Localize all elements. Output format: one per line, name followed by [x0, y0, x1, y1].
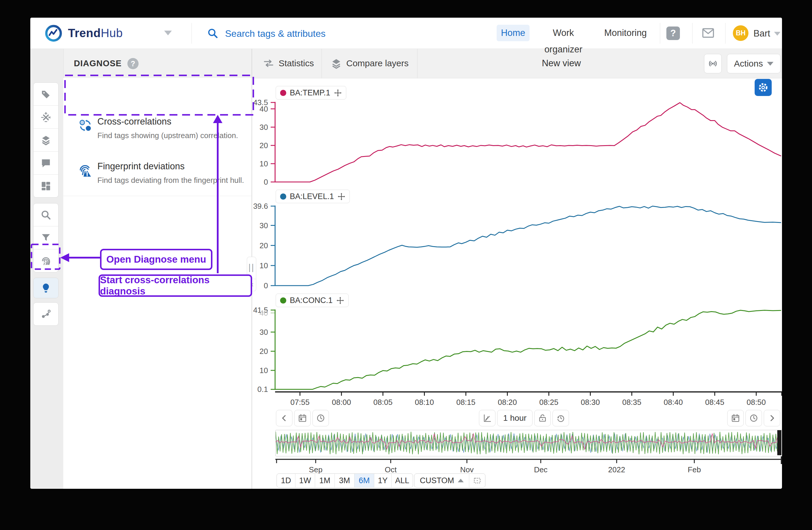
x-tick-label: 08:40	[664, 398, 683, 407]
range-button-1Y[interactable]: 1Y	[374, 474, 391, 487]
topbar-divider	[191, 23, 192, 44]
time-end-button[interactable]	[745, 410, 762, 426]
tag-chip-BA:LEVEL.1[interactable]: BA:LEVEL.1	[276, 190, 350, 203]
sidebar-item-formula[interactable]	[33, 106, 58, 128]
clock-icon	[316, 414, 325, 423]
fingerprint-alert-icon	[78, 163, 93, 178]
sidebar-item-comment[interactable]	[33, 151, 58, 174]
diagnose-help-icon[interactable]: ?	[127, 58, 139, 69]
y-tick-label: 39.6	[253, 202, 268, 210]
help-icon[interactable]: ?	[666, 27, 680, 40]
topbar-divider	[660, 23, 660, 44]
clock-icon	[749, 414, 758, 423]
time-start-button[interactable]	[313, 410, 329, 426]
series-color-dot	[280, 90, 286, 96]
move-icon[interactable]	[336, 296, 344, 305]
sidebar-item-layers[interactable]	[33, 128, 58, 151]
tab-monitoring[interactable]: Monitoring	[604, 25, 648, 41]
month-label: Dec	[534, 465, 548, 474]
x-tick-label: 08:50	[747, 398, 766, 407]
history-button[interactable]	[552, 410, 569, 426]
formula-icon	[40, 112, 52, 123]
month-label: Oct	[385, 465, 397, 474]
y-tick-label: 41.5	[253, 306, 268, 315]
compare-layers-button[interactable]: Compare layers	[330, 48, 409, 78]
tag-name: BA:LEVEL.1	[290, 192, 334, 201]
lock-timespan-button[interactable]	[534, 410, 551, 426]
move-icon[interactable]	[334, 89, 342, 97]
context-overview-strip[interactable]	[275, 430, 782, 456]
sidebar-item-tag[interactable]	[33, 83, 58, 106]
user-menu-caret-icon[interactable]	[774, 32, 781, 36]
chart-plot-area-BA:TEMP.1[interactable]	[275, 102, 781, 182]
tab-home[interactable]: Home	[497, 25, 530, 41]
broadcast-icon	[708, 58, 718, 69]
sidebar-item-network[interactable]	[33, 303, 58, 325]
app-switcher-caret-icon[interactable]	[164, 31, 172, 35]
statistics-button[interactable]: Statistics	[263, 48, 314, 78]
tag-chip-BA:CONC.1[interactable]: BA:CONC.1	[276, 294, 349, 307]
range-button-6M[interactable]: 6M	[354, 474, 374, 487]
chevL-icon	[279, 414, 289, 423]
sidebar-item-dashboard[interactable]	[33, 174, 58, 197]
panel-separator	[63, 196, 251, 196]
lock-icon	[538, 414, 547, 423]
avatar[interactable]: BH	[733, 25, 749, 41]
fingerprint-icon	[40, 255, 52, 266]
scroll-left-button[interactable]	[276, 410, 292, 426]
diagnose-panel-title: DIAGNOSE	[74, 59, 122, 68]
sidebar-item-filter[interactable]	[33, 226, 58, 249]
caret-down-icon	[767, 62, 773, 66]
sidebar-item-bulb-diagnose[interactable]	[33, 278, 58, 298]
y-tick-label: 0	[264, 281, 268, 290]
caret-up-icon	[458, 479, 464, 482]
cross-correlations-icon	[78, 118, 93, 133]
dashboard-icon	[40, 181, 52, 192]
custom-range-button[interactable]: CUSTOM	[415, 474, 469, 487]
chart-plot-area-BA:CONC.1[interactable]	[275, 310, 781, 390]
x-tick-label: 08:10	[415, 398, 434, 407]
toolbar-divider	[417, 48, 418, 78]
range-button-ALL[interactable]: ALL	[391, 474, 413, 487]
x-tick-label: 08:15	[456, 398, 476, 407]
x-tick-label: 08:00	[332, 398, 351, 407]
app-window: TrendHub Home Work organizer Monitoring …	[30, 18, 782, 489]
interpolation-button[interactable]	[479, 410, 495, 426]
fit-view-button[interactable]	[469, 474, 485, 487]
tag-chip-BA:TEMP.1[interactable]: BA:TEMP.1	[276, 86, 346, 99]
topbar-divider	[692, 23, 693, 44]
tab-work-organizer[interactable]: Work organizer	[534, 25, 593, 41]
actions-button[interactable]: Actions	[727, 54, 781, 73]
range-button-1D[interactable]: 1D	[277, 474, 295, 487]
calendar-start-button[interactable]	[294, 410, 311, 426]
x-tick-label: 08:05	[373, 398, 392, 407]
range-button-1M[interactable]: 1M	[315, 474, 334, 487]
y-tick-label: 40	[260, 104, 268, 113]
live-broadcast-button[interactable]	[704, 54, 722, 73]
interp-icon	[482, 414, 492, 423]
sidebar-item-search[interactable]	[33, 204, 58, 226]
move-icon[interactable]	[337, 193, 345, 200]
tag-name: BA:CONC.1	[290, 296, 333, 305]
range-button-3M[interactable]: 3M	[334, 474, 354, 487]
time-span-button[interactable]: 1 hour	[497, 410, 533, 426]
overview-series-conc	[276, 432, 780, 454]
chart-settings-button[interactable]	[755, 79, 772, 96]
y-tick-label: 10	[260, 366, 268, 375]
user-name[interactable]: Bart	[753, 28, 770, 39]
calendar-end-button[interactable]	[727, 410, 744, 426]
toolbar: DIAGNOSE ? Statistics Compare layers New…	[30, 48, 782, 78]
sidebar-item-fingerprint[interactable]	[33, 249, 58, 272]
mail-icon[interactable]	[701, 26, 715, 40]
y-tick-label: 30	[260, 328, 268, 337]
y-tick-label: 20	[260, 241, 268, 250]
network-icon	[40, 309, 52, 320]
layers-icon	[40, 135, 52, 146]
month-label: Sep	[309, 465, 322, 474]
search-input[interactable]	[224, 25, 467, 42]
range-button-1W[interactable]: 1W	[295, 474, 315, 487]
y-tick-label: 10	[260, 261, 268, 270]
scroll-right-button[interactable]	[764, 410, 780, 426]
y-tick-label: 20	[260, 347, 268, 356]
chart-plot-area-BA:LEVEL.1[interactable]	[275, 206, 781, 285]
